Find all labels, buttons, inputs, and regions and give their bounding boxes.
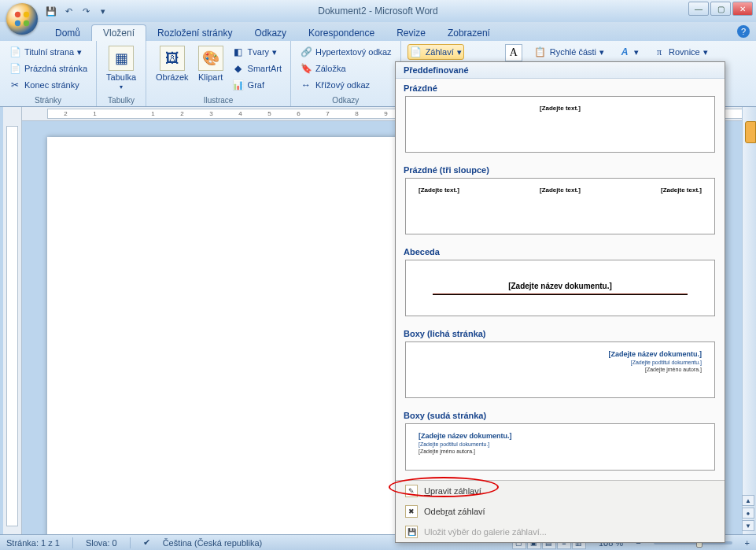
tab-mailings[interactable]: Korespondence <box>297 25 385 41</box>
group-links: 🔗Hypertextový odkaz 🔖Záložka ↔Křížový od… <box>291 41 401 106</box>
picture-icon: 🖼 <box>160 46 185 71</box>
window-title: Dokument2 - Microsoft Word <box>318 6 438 17</box>
shapes-button[interactable]: ◧Tvary▾ <box>230 44 284 60</box>
chart-button[interactable]: 📊Graf <box>230 77 284 93</box>
svg-point-2 <box>15 20 20 26</box>
crossref-icon: ↔ <box>300 79 312 91</box>
prev-page-button[interactable]: ▲ <box>742 495 754 506</box>
side-panel-tab[interactable] <box>745 121 756 143</box>
shapes-icon: ◧ <box>232 46 245 58</box>
wordart-button[interactable]: A▾ <box>616 44 641 60</box>
gallery-item-title-boxy-odd: Boxy (lichá stránka) <box>396 324 725 341</box>
title-bar: 💾 ↶ ↷ ▾ Dokument2 - Microsoft Word — ▢ ✕ <box>0 0 756 22</box>
wordart-icon: A <box>618 46 631 58</box>
crossref-button[interactable]: ↔Křížový odkaz <box>297 77 394 93</box>
status-words[interactable]: Slova: 0 <box>86 538 117 548</box>
picture-button[interactable]: 🖼Obrázek <box>153 44 192 94</box>
qat-redo[interactable]: ↷ <box>79 4 93 18</box>
tab-view[interactable]: Zobrazení <box>437 25 501 41</box>
gallery-footer: ✎ Upravit záhlaví ✖ Odebrat záhlaví 💾 Ul… <box>396 480 725 542</box>
status-language[interactable]: Čeština (Česká republika) <box>163 538 263 548</box>
group-pages: 📄Titulní strana▾ 📄Prázdná stránka ✂Konec… <box>0 41 97 106</box>
help-icon[interactable]: ? <box>737 25 750 38</box>
qat-customize[interactable]: ▾ <box>96 4 110 18</box>
gallery-item-three-columns[interactable]: [Zadejte text.] [Zadejte text.] [Zadejte… <box>405 178 715 234</box>
clipart-icon: 🎨 <box>198 46 223 71</box>
gallery-item-title-abc: Abeceda <box>396 242 725 260</box>
table-icon: ▦ <box>109 46 134 71</box>
close-button[interactable]: ✕ <box>732 2 753 16</box>
bookmark-icon: 🔖 <box>300 62 312 75</box>
svg-point-0 <box>15 12 20 17</box>
office-button[interactable] <box>6 3 38 35</box>
tab-home[interactable]: Domů <box>44 25 91 41</box>
header-gallery-dropdown: Předdefinované Prázdné [Zadejte text.] P… <box>395 61 725 543</box>
quickparts-button[interactable]: 📋Rychlé části▾ <box>532 44 607 60</box>
next-page-button[interactable]: ▼ <box>742 520 754 531</box>
hyperlink-button[interactable]: 🔗Hypertextový odkaz <box>297 44 394 60</box>
svg-point-1 <box>24 12 29 17</box>
bookmark-button[interactable]: 🔖Záložka <box>297 61 394 76</box>
group-title-links: Odkazy <box>297 94 394 106</box>
page-break-button[interactable]: ✂Konec stránky <box>6 77 90 93</box>
group-tables: ▦ Tabulka▾ Tabulky <box>97 41 146 106</box>
chart-icon: 📊 <box>232 79 245 91</box>
header-button[interactable]: 📄Záhlaví▾ <box>408 44 464 60</box>
gallery-item-title-blank: Prázdné <box>396 79 725 96</box>
save-selection-item: 💾 Uložit výběr do galerie záhlaví... <box>396 522 725 542</box>
group-title-pages: Stránky <box>6 94 90 106</box>
group-illustrations: 🖼Obrázek 🎨Klipart ◧Tvary▾ ◆SmartArt 📊Gra… <box>146 41 291 106</box>
status-page[interactable]: Stránka: 1 z 1 <box>6 538 60 548</box>
svg-point-3 <box>24 20 29 26</box>
header-icon: 📄 <box>410 46 422 58</box>
quick-access-toolbar: 💾 ↶ ↷ ▾ <box>44 4 110 18</box>
clipart-button[interactable]: 🎨Klipart <box>195 44 227 94</box>
equation-icon: π <box>653 46 666 58</box>
gallery-item-boxy-odd[interactable]: [Zadejte název dokumentu.] [Zadejte podt… <box>405 341 715 398</box>
tab-insert[interactable]: Vložení <box>91 24 146 41</box>
edit-header-item[interactable]: ✎ Upravit záhlaví <box>396 481 725 501</box>
save-selection-icon: 💾 <box>405 526 418 538</box>
gallery-item-alphabet[interactable]: [Zadejte název dokumentu.] <box>405 260 715 316</box>
equation-button[interactable]: πRovnice▾ <box>651 44 710 60</box>
smartart-icon: ◆ <box>232 62 245 75</box>
browse-object-nav: ▲ ● ▼ <box>742 495 754 531</box>
gallery-item-boxy-even[interactable]: [Zadejte název dokumentu.] [Zadejte podt… <box>405 423 715 471</box>
ribbon-tabs: Domů Vložení Rozložení stránky Odkazy Ko… <box>0 22 756 41</box>
cover-page-button[interactable]: 📄Titulní strana▾ <box>6 44 90 60</box>
gallery-item-title-threecol: Prázdné (tři sloupce) <box>396 161 725 178</box>
zoom-in[interactable]: + <box>745 538 750 548</box>
window-controls: — ▢ ✕ <box>688 2 753 16</box>
group-title-tables: Tabulky <box>103 94 139 106</box>
vertical-scrollbar[interactable] <box>742 107 756 534</box>
tab-references[interactable]: Odkazy <box>243 25 297 41</box>
remove-header-icon: ✖ <box>405 505 418 518</box>
gallery-item-title-boxy-even: Boxy (sudá stránka) <box>396 406 725 423</box>
edit-header-label: pravit záhlaví <box>430 486 481 496</box>
browse-object-button[interactable]: ● <box>742 508 754 519</box>
status-proofing-icon[interactable]: ✔ <box>143 537 150 548</box>
gallery-heading: Předdefinované <box>396 62 725 79</box>
hyperlink-icon: 🔗 <box>300 46 312 58</box>
smartart-button[interactable]: ◆SmartArt <box>230 61 284 76</box>
tab-review[interactable]: Revize <box>385 25 437 41</box>
gallery-body[interactable]: Prázdné [Zadejte text.] Prázdné (tři slo… <box>396 79 725 480</box>
tab-layout[interactable]: Rozložení stránky <box>146 25 243 41</box>
gallery-item-blank[interactable]: [Zadejte text.] <box>405 96 715 153</box>
maximize-button[interactable]: ▢ <box>710 2 731 16</box>
minimize-button[interactable]: — <box>688 2 709 16</box>
edit-header-icon: ✎ <box>405 485 418 497</box>
vertical-ruler[interactable] <box>3 107 22 534</box>
qat-undo[interactable]: ↶ <box>61 4 76 18</box>
table-button[interactable]: ▦ Tabulka▾ <box>103 44 139 94</box>
qat-save[interactable]: 💾 <box>44 4 58 18</box>
textbox-button[interactable]: A <box>505 44 522 61</box>
blank-page-button[interactable]: 📄Prázdná stránka <box>6 61 90 76</box>
remove-header-item[interactable]: ✖ Odebrat záhlaví <box>396 501 725 522</box>
group-title-illustrations: Ilustrace <box>153 94 284 106</box>
quickparts-icon: 📋 <box>534 46 547 58</box>
